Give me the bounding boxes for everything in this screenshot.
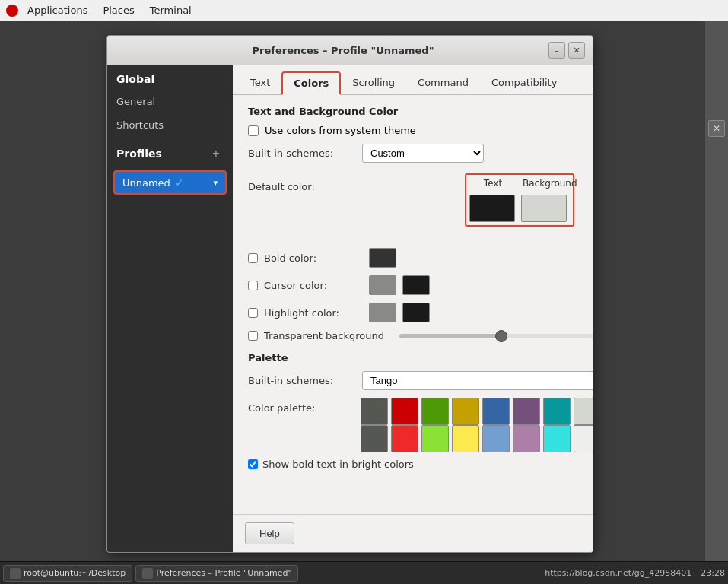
taskbar-url: https://blog.csdn.net/gg_42958401 — [545, 568, 691, 578]
use-system-theme-row: Use colors from system theme — [248, 125, 593, 136]
palette-row-1 — [361, 398, 593, 425]
palette-swatch-1-8[interactable] — [574, 398, 593, 425]
transparent-bg-row: Transparent background — [248, 330, 593, 341]
show-bold-row: Show bold text in bright colors — [248, 459, 593, 470]
palette-swatch-1-1[interactable] — [361, 398, 388, 425]
text-bg-color-title: Text and Background Color — [248, 106, 593, 117]
palette-scheme-select[interactable]: Tango — [362, 371, 593, 390]
taskbar-preferences[interactable]: Preferences – Profile "Unnamed" — [135, 565, 298, 582]
sidebar-item-general[interactable]: General — [107, 90, 233, 113]
transparency-slider-thumb[interactable] — [495, 330, 507, 342]
close-button[interactable]: ✕ — [568, 42, 585, 59]
bold-color-swatch[interactable] — [369, 248, 396, 268]
taskbar-right: https://blog.csdn.net/gg_42958401 23:28 — [545, 568, 725, 578]
built-in-schemes-row: Built-in schemes: Custom — [248, 144, 593, 163]
profiles-label: Profiles — [116, 148, 162, 160]
taskbar-file-manager[interactable]: root@ubuntu:~/Desktop — [3, 565, 132, 582]
dialog-body: Global General Shortcuts Profiles + Unna… — [107, 65, 593, 552]
transparent-bg-checkbox[interactable] — [248, 331, 258, 341]
profile-name-label: Unnamed — [122, 177, 170, 189]
show-bold-label: Show bold text in bright colors — [262, 459, 414, 470]
cursor-color-label: Cursor color: — [264, 280, 363, 291]
use-system-theme-checkbox[interactable] — [248, 125, 259, 136]
menubar: Applications Places Terminal — [0, 0, 728, 21]
palette-swatch-1-6[interactable] — [513, 398, 540, 425]
terminal-label: Terminal — [150, 5, 192, 16]
default-color-label: Default color: — [248, 173, 354, 192]
applications-label: Applications — [27, 5, 87, 16]
palette-swatch-2-1[interactable] — [361, 425, 388, 452]
titlebar-controls: – ✕ — [548, 42, 585, 59]
taskbar: root@ubuntu:~/Desktop Preferences – Prof… — [0, 561, 728, 584]
bold-color-checkbox[interactable] — [248, 253, 258, 263]
add-profile-button[interactable]: + — [208, 146, 224, 161]
tab-compatibility[interactable]: Compatibility — [480, 71, 569, 94]
help-button[interactable]: Help — [245, 522, 294, 544]
palette-swatch-2-5[interactable] — [482, 425, 510, 452]
transparent-bg-label: Transparent background — [264, 330, 393, 341]
colors-content: Text and Background Color Use colors fro… — [233, 95, 593, 514]
preferences-icon — [142, 568, 153, 579]
built-in-scheme-select[interactable]: Custom — [362, 144, 484, 163]
palette-swatch-1-4[interactable] — [452, 398, 479, 425]
default-color-swatches — [466, 192, 573, 225]
sidebar-item-shortcuts[interactable]: Shortcuts — [107, 113, 233, 137]
bold-color-row: Bold color: — [248, 248, 593, 268]
file-manager-icon — [10, 568, 21, 579]
terminal-menu[interactable]: Terminal — [144, 2, 198, 18]
tab-colors[interactable]: Colors — [281, 71, 341, 95]
show-bold-checkbox[interactable] — [248, 459, 258, 469]
palette-section: Palette Built-in schemes: Tango Color pa… — [248, 352, 593, 470]
highlight-color-checkbox[interactable] — [248, 308, 258, 318]
dialog-footer: Help Close — [233, 514, 593, 552]
palette-swatch-2-7[interactable] — [543, 425, 571, 452]
tab-scrolling[interactable]: Scrolling — [341, 71, 406, 94]
palette-colors-label: Color palette: — [248, 398, 361, 414]
palette-swatch-2-2[interactable] — [391, 425, 418, 452]
palette-swatch-1-5[interactable] — [482, 398, 510, 425]
profiles-header: Profiles + — [107, 140, 233, 167]
profile-checkmark-icon: ✓ — [175, 176, 184, 189]
profile-dropdown-icon[interactable]: ▾ — [213, 178, 218, 188]
palette-swatch-1-2[interactable] — [391, 398, 418, 425]
palette-row-2 — [361, 425, 593, 452]
main-content: Text Colors Scrolling Command Compatibil… — [233, 65, 593, 552]
text-col-header: Text — [466, 175, 520, 192]
palette-swatch-2-3[interactable] — [421, 425, 449, 452]
palette-swatch-2-6[interactable] — [513, 425, 540, 452]
places-menu[interactable]: Places — [97, 2, 140, 18]
palette-scheme-label: Built-in schemes: — [248, 375, 354, 386]
palette-swatch-1-7[interactable] — [543, 398, 571, 425]
tab-command[interactable]: Command — [406, 71, 480, 94]
cursor-color-swatch2[interactable] — [402, 275, 430, 295]
default-color-table: Text Background — [465, 173, 574, 227]
profile-unnamed-item[interactable]: Unnamed ✓ ▾ — [113, 170, 227, 195]
cursor-color-row: Cursor color: — [248, 275, 593, 295]
highlight-color-row: Highlight color: — [248, 303, 593, 322]
global-section-label: Global — [107, 65, 233, 90]
palette-swatch-2-8[interactable] — [574, 425, 593, 452]
taskbar-preferences-label: Preferences – Profile "Unnamed" — [156, 568, 291, 578]
minimize-button[interactable]: – — [548, 42, 565, 59]
transparency-slider-track — [399, 334, 593, 338]
side-panel-close-icon[interactable]: ✕ — [708, 120, 725, 137]
taskbar-time: 23:28 — [701, 568, 725, 578]
default-bg-swatch[interactable] — [521, 195, 567, 222]
cursor-color-swatch1[interactable] — [369, 275, 396, 295]
titlebar: Preferences – Profile "Unnamed" – ✕ — [107, 36, 593, 65]
side-panel: ✕ — [705, 21, 728, 561]
default-text-swatch[interactable] — [469, 195, 515, 222]
tab-bar: Text Colors Scrolling Command Compatibil… — [233, 65, 593, 95]
palette-scheme-row: Built-in schemes: Tango — [248, 371, 593, 390]
palette-swatch-2-4[interactable] — [452, 425, 479, 452]
palette-swatch-1-3[interactable] — [421, 398, 449, 425]
applications-menu[interactable]: Applications — [21, 2, 94, 18]
tab-text[interactable]: Text — [239, 71, 281, 94]
cursor-color-checkbox[interactable] — [248, 281, 258, 290]
highlight-swatch2[interactable] — [402, 303, 430, 322]
redhat-logo-icon — [6, 5, 18, 17]
taskbar-file-manager-label: root@ubuntu:~/Desktop — [24, 568, 126, 578]
highlight-swatch1[interactable] — [369, 303, 396, 322]
palette-grid — [361, 398, 593, 452]
sidebar: Global General Shortcuts Profiles + Unna… — [107, 65, 233, 552]
